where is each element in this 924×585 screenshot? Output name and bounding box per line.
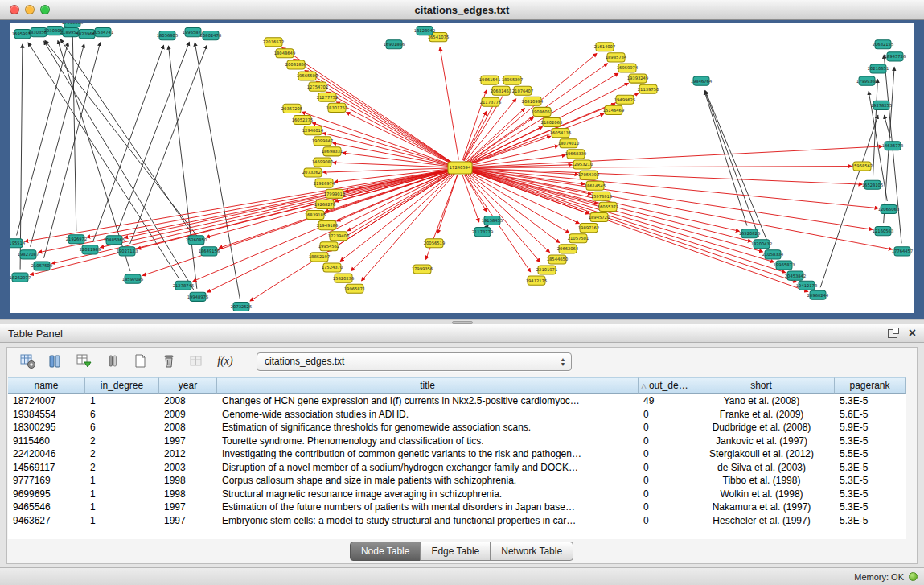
graph-node[interactable]: 16054136 <box>550 129 571 138</box>
graph-node[interactable]: 17999368 <box>856 76 877 85</box>
graph-node[interactable]: 20632155 <box>873 40 893 49</box>
graph-node[interactable]: 20081856 <box>285 60 306 69</box>
float-panel-icon[interactable] <box>888 329 897 338</box>
panel-divider[interactable] <box>0 319 924 324</box>
graph-node[interactable]: 20195514 <box>10 239 26 248</box>
graph-node[interactable]: 19086053 <box>532 107 552 116</box>
graph-node[interactable]: 19954562 <box>318 242 339 251</box>
graph-node[interactable]: 21802063 <box>541 117 562 126</box>
graph-node[interactable]: 21278745 <box>173 281 194 290</box>
graph-node[interactable]: 16052275 <box>292 115 313 124</box>
graph-node[interactable]: 16528105 <box>862 180 883 189</box>
graph-node[interactable]: 19268276 <box>314 200 335 208</box>
graph-node[interactable]: 18128942 <box>414 27 435 35</box>
graph-node[interactable]: 19846764 <box>691 76 713 85</box>
graph-node[interactable]: 20357205 <box>281 104 302 113</box>
tab-node-table[interactable]: Node Table <box>350 542 421 561</box>
graph-node[interactable]: 21614007 <box>594 43 615 51</box>
graph-node[interactable]: 19412175 <box>526 276 547 285</box>
table-row[interactable]: 1872400712008Changes of HCN gene express… <box>8 394 906 408</box>
graph-node[interactable]: 19499625 <box>614 95 635 104</box>
graph-node[interactable]: 19827087 <box>18 250 39 259</box>
graph-node[interactable]: 21173776 <box>480 97 501 106</box>
graph-node[interactable]: 16901866 <box>384 40 405 49</box>
graph-node[interactable]: 20631453 <box>491 86 511 95</box>
column-header-pagerank[interactable]: pagerank <box>835 377 906 394</box>
graph-node[interactable]: 15820236 <box>333 274 354 282</box>
graph-node[interactable]: 16520826 <box>739 229 760 238</box>
graph-node[interactable]: 20485365 <box>104 236 125 245</box>
graph-node[interactable]: 12160563 <box>873 227 893 236</box>
graph-node[interactable]: 20534741 <box>92 28 113 37</box>
graph-node[interactable]: 19668339 <box>565 150 586 159</box>
graph-node[interactable]: 25260850 <box>186 236 207 245</box>
graph-node[interactable]: 19158455 <box>482 216 503 225</box>
graph-node[interactable]: 22101971 <box>536 266 557 274</box>
column-header-name[interactable]: name <box>8 377 85 394</box>
window-titlebar[interactable]: citations_edges.txt <box>0 0 924 20</box>
graph-node[interactable]: 19393249 <box>627 74 648 83</box>
graph-node[interactable]: 17999363 <box>62 23 83 27</box>
graph-node[interactable]: 21058334 <box>762 250 784 259</box>
graph-node[interactable]: 18985734 <box>606 53 627 62</box>
graph-node[interactable]: 14636778 <box>882 142 903 150</box>
table-row[interactable]: 977716911998Corpus callosum shape and si… <box>8 474 906 488</box>
graph-node[interactable]: 20960244 <box>807 290 829 299</box>
graph-node[interactable]: 15958562 <box>852 162 873 171</box>
graph-node[interactable]: 20732627 <box>302 168 323 177</box>
graph-node[interactable]: 18649156 <box>199 247 220 256</box>
column-header-title[interactable]: title <box>217 377 639 394</box>
graph-node[interactable]: 22036572 <box>263 38 284 47</box>
graph-node[interactable]: 17239400 <box>328 232 349 241</box>
graph-node[interactable]: 20056519 <box>424 239 445 248</box>
graph-node[interactable]: 20802478 <box>200 31 221 40</box>
column-header-out_degree[interactable]: △out_de… <box>639 377 688 394</box>
table-row[interactable]: 1830029562008Estimation of significance … <box>8 421 906 435</box>
function-builder-button[interactable]: f(x) <box>216 352 235 371</box>
new-table-button[interactable] <box>131 352 150 371</box>
graph-node[interactable]: 18200432 <box>751 240 772 249</box>
column-header-in_degree[interactable]: in_degree <box>85 377 159 394</box>
graph-node[interactable]: 15146469 <box>603 105 624 114</box>
graph-node[interactable]: 17764457 <box>892 247 913 256</box>
zoom-window-button[interactable] <box>40 5 50 14</box>
graph-node[interactable]: 18544650 <box>547 255 568 264</box>
graph-node[interactable]: 18614545 <box>585 181 606 190</box>
graph-node[interactable]: 18945720 <box>589 212 610 221</box>
graph-node[interactable]: 19565500 <box>297 72 318 80</box>
graph-node[interactable]: 18698331 <box>322 147 343 156</box>
table-row[interactable]: 1456911722003Disruption of a novel membe… <box>8 461 906 475</box>
table-row[interactable]: 969969511998Structural magnetic resonanc… <box>8 488 906 501</box>
graph-node[interactable]: 18056805 <box>157 31 178 40</box>
graph-node[interactable]: 21057501 <box>568 234 589 243</box>
graph-node[interactable]: 21926972 <box>66 235 87 244</box>
table-row[interactable]: 2242004622012Investigating the contribut… <box>8 447 906 461</box>
graph-node[interactable]: 19965871 <box>344 284 365 293</box>
graph-node[interactable]: 18852197 <box>309 253 330 262</box>
graph-node[interactable]: 19948975 <box>187 292 208 301</box>
import-table-data-button[interactable] <box>75 352 94 371</box>
column-header-year[interactable]: year <box>159 377 217 394</box>
graph-node[interactable]: 20453842 <box>785 271 806 280</box>
delete-table-button[interactable] <box>159 352 179 371</box>
graph-node[interactable]: 21277752 <box>317 93 338 101</box>
close-panel-icon[interactable]: × <box>909 328 916 339</box>
column-header-short[interactable]: short <box>688 377 835 394</box>
graph-node[interactable]: 20210651 <box>868 64 889 73</box>
graph-node[interactable]: 18597095 <box>122 274 143 283</box>
graph-node[interactable]: 16055371 <box>598 202 618 211</box>
table-row[interactable]: 946362711997Embryonic stem cells: a mode… <box>8 514 906 528</box>
vertical-scrollbar[interactable] <box>906 377 916 539</box>
graph-node[interactable]: 19099847 <box>312 137 333 146</box>
tab-network-table[interactable]: Network Table <box>490 542 573 561</box>
graph-node[interactable]: 18955397 <box>502 76 523 84</box>
graph-node[interactable]: 19412178 <box>796 281 817 290</box>
graph-node[interactable]: 19965873 <box>774 261 795 270</box>
network-canvas[interactable]: 1724059422036572180486492008185619565500… <box>10 23 914 313</box>
graph-node[interactable]: 12940014 <box>302 126 324 135</box>
graph-node[interactable]: 21949186 <box>317 221 338 230</box>
graph-node[interactable]: 12754702 <box>307 82 328 91</box>
graph-node[interactable]: 19027123 <box>117 247 138 256</box>
graph-node[interactable]: 21139750 <box>638 84 659 93</box>
graph-node[interactable]: 18262977 <box>10 273 31 282</box>
